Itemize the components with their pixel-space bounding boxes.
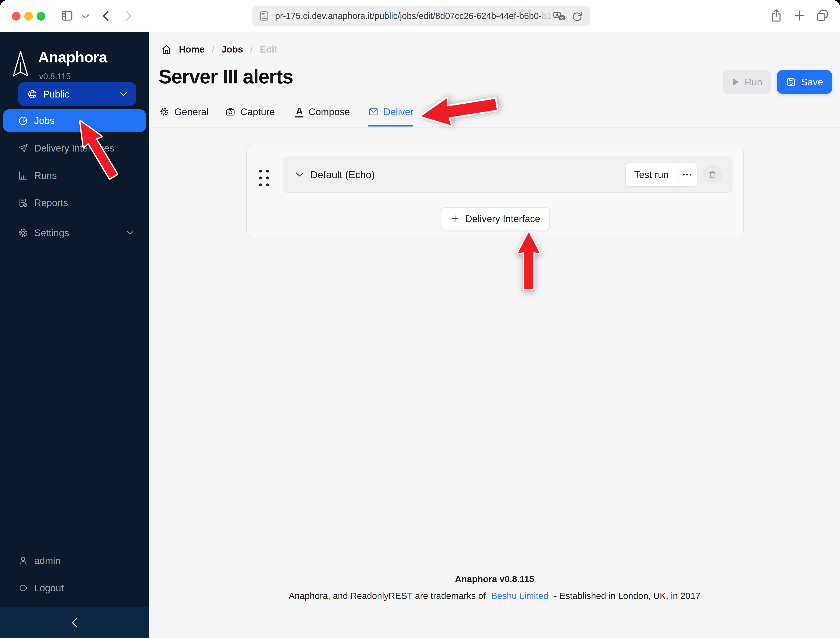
text-format-icon: A [295,106,303,117]
tenant-selector[interactable]: Public [18,82,136,106]
sidebar-item-settings[interactable]: Settings [3,222,146,244]
save-button[interactable]: Save [777,70,832,94]
close-window-button[interactable] [12,12,21,21]
url-truncated-text: b1 [542,11,551,21]
sidebar-toggle-icon[interactable] [60,9,74,22]
sidebar-collapse-button[interactable] [0,607,149,638]
breadcrumb-separator: / [250,44,253,55]
logout-label: Logout [34,582,64,594]
back-icon[interactable] [100,9,112,22]
app-name: Anaphora [38,49,107,66]
drag-handle[interactable] [259,169,269,187]
breadcrumb-jobs[interactable]: Jobs [221,44,243,55]
tab-deliver[interactable]: Deliver [368,106,414,117]
active-tab-underline [368,125,413,127]
save-icon [786,77,796,87]
delivery-interfaces-card: Default (Echo) Test run [246,145,744,237]
app-logo [12,50,29,80]
zoom-window-button[interactable] [36,12,45,21]
interface-name: Default (Echo) [310,169,375,180]
footer-version: Anaphora v0.8.115 [149,574,840,584]
browser-toolbar: pr-175.ci.dev.anaphora.it/public/jobs/ed… [0,0,840,32]
url-text: pr-175.ci.dev.anaphora.it/public/jobs/ed… [275,6,551,26]
tab-compose[interactable]: A Compose [295,106,350,117]
plus-icon [450,214,460,223]
new-tab-icon[interactable] [793,9,805,22]
footer-trademark: Anaphora, and ReadonlyREST are trademark… [149,591,840,601]
sidebar-logout[interactable]: Logout [3,577,146,599]
footer-trademark-suffix: - Established in London, UK, in 2017 [554,591,700,601]
chevron-left-icon [70,617,79,629]
sidebar-item-reports[interactable]: Reports [3,192,146,214]
ellipsis-icon [682,173,692,176]
run-button-label: Run [745,76,762,88]
bar-chart-icon [18,170,28,181]
app-version: v0.8.115 [39,72,71,81]
run-button[interactable]: Run [723,70,771,94]
page-title: Server III alerts [159,65,293,88]
forward-icon[interactable] [122,9,134,22]
tab-label: General [174,106,209,117]
main-content: Home / Jobs / Edit Server III alerts Run… [149,32,840,638]
page-settings-icon[interactable] [258,10,270,22]
username-label: admin [34,555,60,566]
play-icon [732,78,739,86]
test-run-button[interactable]: Test run [626,163,677,186]
breadcrumb: Home / Jobs / Edit [161,44,278,55]
camera-icon [225,107,235,117]
address-bar[interactable]: pr-175.ci.dev.anaphora.it/public/jobs/ed… [252,6,591,26]
toolbar-chevron-down-icon[interactable] [81,13,90,19]
logout-icon [18,583,28,593]
more-options-button[interactable] [677,163,697,186]
tab-label: Compose [308,106,350,117]
user-icon [18,556,28,566]
gear-icon [18,228,28,238]
home-icon[interactable] [161,44,172,55]
sidebar-item-label: Reports [34,197,68,209]
save-button-label: Save [801,76,823,88]
breadcrumb-home[interactable]: Home [179,44,205,55]
test-run-label: Test run [634,169,669,180]
toolbar-divider [77,8,77,24]
breadcrumb-separator: / [212,44,214,55]
trash-icon [708,170,717,179]
globe-icon [27,89,38,100]
sidebar-item-label: Runs [34,170,57,181]
clock-icon [18,116,28,126]
chevron-down-icon [126,230,134,235]
sidebar-item-label: Jobs [34,115,55,126]
share-icon[interactable] [769,8,783,23]
sidebar-item-delivery-interfaces[interactable]: Delivery Interfaces [3,137,146,160]
tab-general[interactable]: General [159,106,209,117]
paper-plane-icon [18,143,28,154]
envelope-icon [368,107,379,117]
translate-icon[interactable] [553,11,566,22]
minimize-window-button[interactable] [24,12,33,21]
tabs-divider [149,127,840,128]
expand-chevron-icon[interactable] [295,171,305,178]
report-document-icon [18,198,28,208]
annotation-arrow-add-interface [516,231,541,290]
sidebar-user[interactable]: admin [3,549,146,572]
breadcrumb-edit: Edit [260,44,277,55]
tenant-label: Public [43,89,69,100]
delivery-interface-row: Default (Echo) Test run [283,157,733,193]
test-run-split-button: Test run [625,163,697,187]
sidebar-item-label: Settings [34,227,69,239]
tab-overview-icon[interactable] [816,9,829,22]
footer-trademark-prefix: Anaphora, and ReadonlyREST are trademark… [289,591,486,601]
tab-capture[interactable]: Capture [225,106,275,117]
delete-interface-button[interactable] [703,165,722,184]
sidebar-item-runs[interactable]: Runs [3,164,146,187]
footer-company-link[interactable]: Beshu Limited [491,591,548,601]
browser-window: pr-175.ci.dev.anaphora.it/public/jobs/ed… [0,0,840,638]
tab-label: Deliver [384,106,414,117]
add-interface-label: Delivery Interface [465,213,540,225]
chevron-down-icon [120,92,128,97]
add-delivery-interface-button[interactable]: Delivery Interface [441,207,550,230]
tab-label: Capture [240,106,275,117]
gear-icon [159,107,169,117]
reload-icon[interactable] [571,11,583,22]
